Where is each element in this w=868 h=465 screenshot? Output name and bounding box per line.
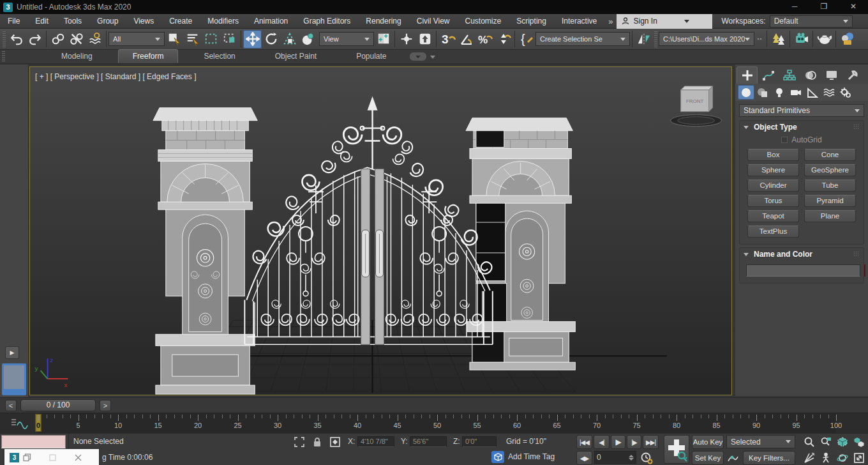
ribbon-tab-freeform[interactable]: Freeform bbox=[118, 49, 179, 63]
key-mode-toggle[interactable]: ◀▶ bbox=[576, 451, 592, 465]
environment-button[interactable] bbox=[769, 30, 788, 49]
ribbon-tab-object-paint[interactable]: Object Paint bbox=[261, 50, 331, 63]
absolute-offset-mode-toggle[interactable] bbox=[328, 436, 342, 448]
toolbar-grip[interactable] bbox=[654, 31, 657, 47]
walk-through-icon[interactable] bbox=[818, 451, 834, 465]
workspace-dropdown[interactable]: Default bbox=[770, 15, 853, 27]
name-and-color-rollout-header[interactable]: Name and Color bbox=[740, 248, 864, 261]
snaps-toggle-button[interactable]: 3 bbox=[438, 30, 457, 49]
select-and-link-button[interactable] bbox=[49, 30, 67, 49]
ribbon-tab-populate[interactable]: Populate bbox=[342, 50, 400, 63]
orbit-icon[interactable] bbox=[835, 451, 850, 465]
menu-rendering[interactable]: Rendering bbox=[358, 14, 408, 28]
create-textplus-button[interactable]: TextPlus bbox=[747, 225, 799, 238]
add-time-tag[interactable]: Add Time Tag bbox=[508, 452, 555, 461]
sign-in-button[interactable]: Sign In bbox=[617, 14, 712, 29]
angle-snap-toggle-button[interactable] bbox=[457, 30, 475, 49]
category-helpers[interactable] bbox=[804, 85, 821, 100]
menu-edit[interactable]: Edit bbox=[27, 14, 56, 28]
redo-button[interactable] bbox=[26, 30, 44, 49]
tab-modify[interactable] bbox=[758, 66, 779, 84]
key-filters-button[interactable]: Key Filters... bbox=[743, 451, 795, 465]
viewport-label[interactable]: [ + ] [ Perspective ] [ Standard ] [ Edg… bbox=[35, 72, 196, 81]
menu-animation[interactable]: Animation bbox=[246, 14, 296, 28]
timeline-ruler[interactable]: 0510152025303540455055606570758085909510… bbox=[38, 413, 836, 434]
menu-tools[interactable]: Tools bbox=[56, 14, 89, 28]
restore-button[interactable]: ❐ bbox=[809, 0, 839, 14]
floating-mini-window[interactable]: 3 bbox=[4, 449, 99, 465]
menu-civil-view[interactable]: Civil View bbox=[409, 14, 458, 28]
view-cube[interactable]: FRONT bbox=[671, 86, 722, 126]
undo-button[interactable] bbox=[7, 30, 26, 49]
menu-overflow-icon[interactable]: » bbox=[604, 17, 617, 26]
category-space-warps[interactable] bbox=[821, 85, 837, 100]
time-configuration-icon[interactable] bbox=[639, 451, 654, 465]
next-frame-button[interactable]: > bbox=[100, 400, 111, 411]
z-coordinate-field[interactable]: 0'0" bbox=[462, 436, 497, 447]
object-name-input[interactable] bbox=[746, 264, 860, 277]
render-setup-button[interactable] bbox=[792, 30, 811, 49]
go-to-end-button[interactable]: ▶▶| bbox=[643, 435, 659, 449]
bind-to-space-warp-button[interactable] bbox=[86, 30, 104, 49]
isolate-selection-toggle[interactable] bbox=[292, 436, 306, 448]
ribbon-tab-selection[interactable]: Selection bbox=[190, 50, 249, 63]
use-pivot-point-center-button[interactable] bbox=[374, 30, 393, 49]
create-geosphere-button[interactable]: GeoSphere bbox=[804, 164, 856, 176]
create-cone-button[interactable]: Cone bbox=[804, 149, 856, 161]
create-pyramid-button[interactable]: Pyramid bbox=[804, 195, 856, 207]
category-lights[interactable] bbox=[771, 85, 788, 100]
mirror-button[interactable] bbox=[634, 30, 653, 49]
tab-motion[interactable] bbox=[800, 66, 821, 84]
category-geometry[interactable] bbox=[738, 85, 754, 100]
select-and-move-button[interactable] bbox=[243, 30, 262, 49]
menu-interactive[interactable]: Interactive bbox=[554, 14, 604, 28]
previous-frame-button[interactable]: < bbox=[5, 400, 17, 411]
edit-named-selection-sets-button[interactable]: { bbox=[517, 30, 535, 49]
unlink-selection-button[interactable] bbox=[67, 30, 86, 49]
window-crossing-toggle-button[interactable] bbox=[220, 30, 239, 49]
category-shapes[interactable] bbox=[754, 85, 771, 100]
maximize-viewport-toggle-icon[interactable] bbox=[851, 451, 867, 465]
zoom-extents-all-icon[interactable] bbox=[851, 435, 867, 449]
viewport-layout-tab[interactable] bbox=[2, 363, 26, 395]
toolbar-overflow-grip[interactable] bbox=[754, 30, 765, 49]
close-button[interactable]: ✕ bbox=[839, 0, 868, 14]
key-selection-dropdown[interactable]: Selected bbox=[726, 435, 795, 448]
current-frame-field[interactable]: 0 bbox=[594, 451, 636, 464]
menu-modifiers[interactable]: Modifiers bbox=[200, 14, 246, 28]
render-production-button[interactable] bbox=[838, 30, 857, 49]
tab-utilities[interactable] bbox=[842, 66, 863, 84]
menu-customize[interactable]: Customize bbox=[458, 14, 509, 28]
keyboard-shortcut-override-button[interactable] bbox=[415, 30, 434, 49]
x-coordinate-field[interactable]: 4'10 7/8" bbox=[357, 436, 394, 447]
select-and-rotate-button[interactable] bbox=[262, 30, 280, 49]
rectangular-selection-region-button[interactable] bbox=[202, 30, 220, 49]
auto-key-button[interactable]: Auto Key bbox=[692, 435, 724, 449]
create-cylinder-button[interactable]: Cylinder bbox=[747, 179, 799, 192]
zoom-icon[interactable] bbox=[802, 435, 817, 449]
spinner-snap-toggle-button[interactable] bbox=[494, 30, 513, 49]
percent-snap-toggle-button[interactable]: % bbox=[475, 30, 494, 49]
time-slider-handle[interactable]: 0 / 100 bbox=[20, 399, 96, 411]
menu-views[interactable]: Views bbox=[126, 14, 161, 28]
named-selection-set-dropdown[interactable]: Create Selection Se bbox=[535, 32, 630, 46]
tab-create[interactable] bbox=[737, 66, 758, 84]
selection-filter-dropdown[interactable]: All bbox=[108, 32, 165, 46]
frame-spinner[interactable] bbox=[629, 455, 634, 461]
selection-lock-toggle[interactable] bbox=[310, 436, 324, 448]
menu-scripting[interactable]: Scripting bbox=[509, 14, 554, 28]
select-and-manipulate-button[interactable] bbox=[397, 30, 415, 49]
field-of-view-icon[interactable] bbox=[802, 451, 817, 465]
set-keys-button[interactable] bbox=[664, 435, 689, 464]
scene-explorer-open-button[interactable]: ▶ bbox=[5, 346, 19, 359]
autogrid-checkbox[interactable] bbox=[781, 137, 788, 143]
close-window-icon[interactable] bbox=[74, 454, 82, 462]
create-torus-button[interactable]: Torus bbox=[747, 195, 799, 207]
reference-coordinate-system-dropdown[interactable]: View bbox=[319, 32, 374, 46]
create-box-button[interactable]: Box bbox=[747, 149, 799, 161]
create-teapot-button[interactable]: Teapot bbox=[747, 210, 799, 222]
primitives-category-dropdown[interactable]: Standard Primitives bbox=[739, 104, 864, 117]
default-in-out-tangents-icon[interactable] bbox=[725, 451, 740, 465]
menu-group[interactable]: Group bbox=[89, 14, 126, 28]
toolbar-grip[interactable] bbox=[3, 31, 6, 47]
